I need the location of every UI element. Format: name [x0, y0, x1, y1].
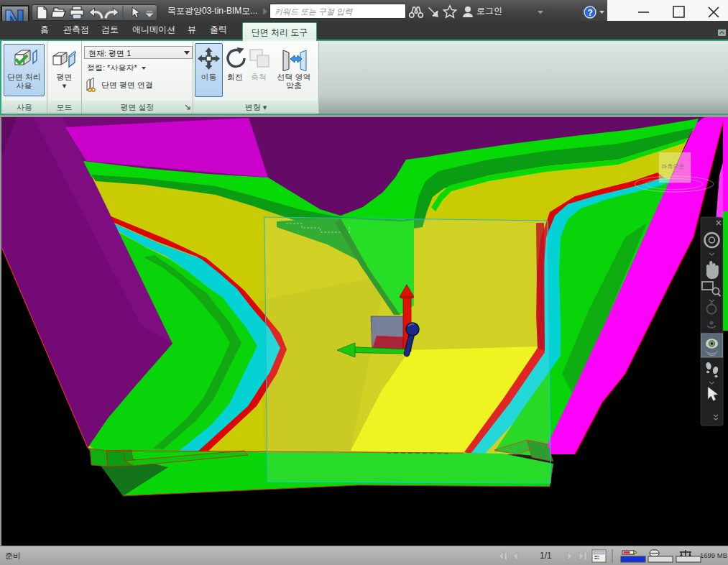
svg-text:좌측으로: 좌측으로	[661, 163, 684, 170]
svg-text:1699 MB: 1699 MB	[700, 551, 727, 559]
svg-text:로그인: 로그인	[476, 6, 502, 16]
svg-text:?: ?	[588, 8, 593, 18]
svg-text:1/1: 1/1	[540, 551, 552, 561]
